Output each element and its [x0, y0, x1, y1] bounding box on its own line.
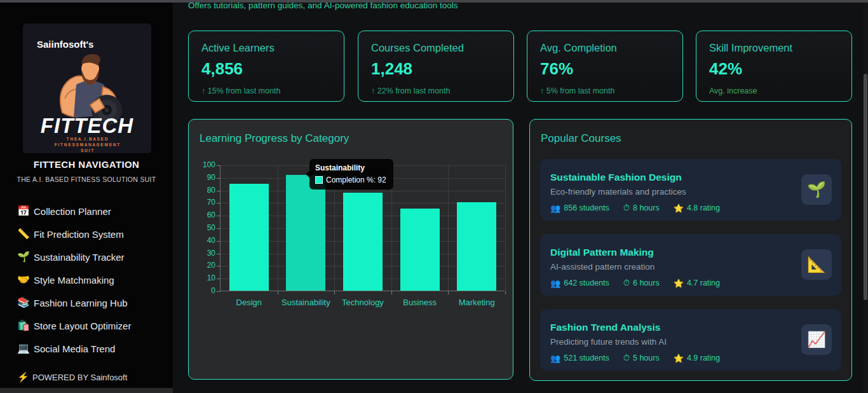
page-subtitle: Offers tutorials, pattern guides, and AI…	[188, 1, 458, 10]
course-title: Digital Pattern Making	[550, 247, 831, 258]
stat-value: 4,856	[201, 59, 331, 79]
x-axis-label: Technology	[334, 298, 391, 307]
y-tick-label: 70	[191, 198, 215, 207]
powered-by: ⚡ POWERED BY Sainfosoft	[17, 371, 127, 383]
sidebar-item-fashion-learning-hub[interactable]: 📚 Fashion Learning Hub	[0, 291, 173, 314]
course-desc: AI-assisted pattern creation	[550, 262, 831, 272]
tooltip-swatch	[315, 176, 323, 184]
tooltip-label: Completion %: 92	[326, 176, 386, 184]
sidebar-item-social-media-trend[interactable]: 💻 Social Media Trend	[0, 337, 173, 360]
chart-bar[interactable]	[286, 175, 325, 291]
students-stat: 👥 642 students	[550, 279, 609, 288]
laptop-icon: 💻	[17, 343, 34, 354]
x-tick	[391, 291, 392, 294]
svg-text:S U I T: S U I T	[81, 148, 93, 153]
hours-stat: ⏱ 8 hours	[623, 203, 660, 213]
y-tick	[217, 254, 220, 254]
stat-title: Avg. Completion	[540, 42, 670, 54]
sidebar-nav: 📅 Collection Planner 📏 Fit Prediction Sy…	[0, 200, 173, 360]
students-value: 521 students	[564, 354, 609, 362]
svg-text:FITTECH: FITTECH	[41, 114, 133, 137]
stat-card-avg-completion: Avg. Completion 76% ↑ 5% from last month	[527, 31, 683, 102]
x-axis-label: Marketing	[448, 298, 505, 307]
course-desc: Predicting future trends with AI	[550, 337, 831, 347]
course-item-digital-pattern-making[interactable]: Digital Pattern Making AI-assisted patte…	[540, 234, 841, 296]
stat-card-courses-completed: Courses Completed 1,248 ↑ 22% from last …	[358, 31, 514, 102]
sidebar-horizontal-scrollbar[interactable]	[0, 388, 173, 393]
sidebar-item-label: Social Media Trend	[34, 343, 115, 354]
popular-courses-title: Popular Courses	[541, 132, 621, 145]
sidebar: Saiinfosoft's FITTECH T H E	[0, 3, 173, 388]
stat-title: Skill Improvement	[709, 42, 839, 54]
stat-title: Courses Completed	[371, 42, 501, 54]
scrollbar-thumb[interactable]	[864, 74, 867, 300]
sidebar-item-sustainability-tracker[interactable]: 🌱 Sustainability Tracker	[0, 245, 173, 268]
course-title: Fashion Trend Analysis	[550, 322, 831, 333]
students-icon: 👥	[550, 203, 560, 213]
sidebar-item-label: Collection Planner	[34, 206, 111, 217]
sidebar-item-style-matchmaking[interactable]: 🤝 Style Matchmaking	[0, 268, 173, 291]
y-tick	[217, 291, 220, 292]
course-item-fashion-trend-analysis[interactable]: Fashion Trend Analysis Predicting future…	[540, 309, 841, 371]
sidebar-item-store-layout-optimizer[interactable]: 🛍️ Store Layout Optimizer	[0, 314, 173, 337]
chart-bar[interactable]	[229, 184, 269, 291]
stat-note: Avg. increase	[709, 86, 839, 95]
y-tick	[217, 191, 220, 191]
stat-note: ↑ 15% from last month	[201, 86, 331, 95]
svg-text:Saiinfosoft's: Saiinfosoft's	[37, 39, 93, 50]
chart-tooltip: Sustainability Completion %: 92	[309, 159, 393, 190]
popular-courses-card: Popular Courses Sustainable Fashion Desi…	[529, 119, 852, 381]
vertical-scrollbar[interactable]	[863, 3, 868, 393]
x-tick	[448, 291, 449, 294]
y-tick	[217, 216, 220, 216]
hours-value: 8 hours	[633, 203, 660, 212]
y-tick-label: 60	[191, 210, 215, 219]
fittech-logo: Saiinfosoft's FITTECH T H E	[23, 24, 151, 153]
sidebar-item-label: Style Matchmaking	[34, 275, 114, 286]
sidebar-item-label: Fit Prediction System	[34, 229, 124, 240]
y-tick-label: 40	[191, 236, 215, 245]
chart-bar[interactable]	[343, 193, 383, 291]
x-axis-label: Business	[391, 298, 449, 307]
tooltip-title: Sustainability	[315, 163, 386, 172]
x-tick	[505, 291, 506, 294]
hours-value: 6 hours	[633, 279, 660, 287]
students-value: 856 students	[564, 203, 609, 212]
students-stat: 👥 856 students	[550, 203, 609, 213]
sidebar-item-collection-planner[interactable]: 📅 Collection Planner	[0, 200, 173, 223]
sidebar-item-label: Store Layout Optimizer	[34, 321, 131, 331]
gridline	[505, 165, 506, 291]
sidebar-item-label: Sustainability Tracker	[34, 252, 125, 263]
chart-bar[interactable]	[457, 202, 496, 291]
rating-stat: ⭐ 4.9 rating	[674, 354, 720, 363]
students-icon: 👥	[550, 354, 560, 363]
handshake-icon: 🤝	[17, 275, 34, 285]
stat-card-skill-improvement: Skill Improvement 42% Avg. increase	[696, 31, 852, 102]
y-tick-label: 20	[191, 261, 215, 270]
rating-value: 4.7 rating	[687, 279, 720, 287]
rating-stat: ⭐ 4.8 rating	[674, 203, 720, 213]
chart-bar[interactable]	[400, 209, 440, 291]
sidebar-title: FITTECH NAVIGATION	[0, 159, 173, 170]
triangular-ruler-icon: 📐	[801, 249, 832, 280]
y-tick-label: 0	[191, 286, 215, 295]
stat-value: 42%	[709, 59, 839, 79]
calendar-icon: 📅	[17, 206, 34, 216]
sidebar-item-fit-prediction[interactable]: 📏 Fit Prediction System	[0, 223, 173, 245]
hours-stat: ⏱ 6 hours	[623, 278, 660, 288]
seedling-icon: 🌱	[801, 174, 832, 205]
course-title: Sustainable Fashion Design	[550, 172, 831, 183]
y-tick	[217, 203, 220, 203]
chart-increasing-icon: 📈	[801, 324, 832, 355]
stopwatch-icon: ⏱	[623, 353, 630, 363]
hours-stat: ⏱ 5 hours	[623, 353, 660, 363]
y-tick-label: 50	[191, 223, 215, 232]
y-tick	[217, 178, 220, 179]
course-item-sustainable-fashion-design[interactable]: Sustainable Fashion Design Eco-friendly …	[540, 159, 841, 221]
svg-text:T H E A . I . B A S E D: T H E A . I . B A S E D	[67, 137, 108, 141]
gridline	[448, 165, 449, 291]
star-icon: ⭐	[674, 354, 684, 363]
lightning-icon: ⚡	[17, 371, 32, 383]
star-icon: ⭐	[674, 279, 684, 288]
stopwatch-icon: ⏱	[623, 278, 630, 288]
